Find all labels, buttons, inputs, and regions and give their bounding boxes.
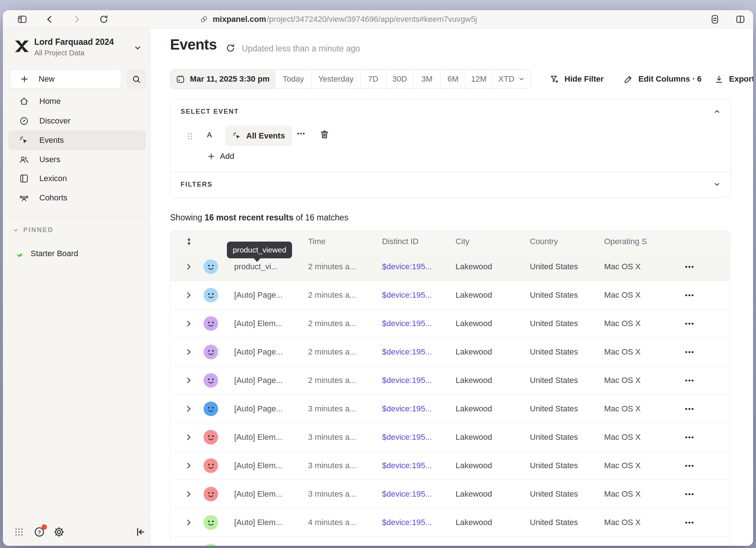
event-name[interactable]: [Auto] Elem... (234, 423, 305, 451)
edit-columns-button[interactable]: Edit Columns · 6 (623, 69, 702, 89)
new-button[interactable]: New (10, 69, 122, 89)
row-more-button[interactable]: ••• (678, 480, 701, 508)
apps-grid-icon[interactable] (12, 525, 25, 539)
distinct-id-link[interactable]: $device:195... (382, 309, 453, 338)
hide-filter-button[interactable]: Hide Filter (550, 69, 604, 89)
table-row[interactable]: [Auto] Page... 2 minutes a... $device:19… (170, 281, 730, 309)
distinct-id-link[interactable]: $device:195... (382, 366, 453, 395)
sidebar-item-users[interactable]: Users (8, 150, 146, 169)
export-button[interactable]: Export (714, 69, 753, 89)
table-row[interactable]: [Auto] Page... 2 minutes a... $device:19… (170, 338, 730, 366)
table-row[interactable]: [Auto] Page... 3 minutes a... $device:19… (170, 395, 730, 423)
distinct-id-link[interactable]: $device:195... (382, 508, 453, 537)
distinct-id-link[interactable]: $device:195... (382, 338, 453, 366)
event-name[interactable]: [Auto] Page... (234, 281, 305, 309)
distinct-id-link[interactable]: $device:195... (382, 423, 453, 451)
row-expand-icon[interactable] (184, 461, 193, 470)
event-os: Mac OS X (604, 395, 670, 423)
row-expand-icon[interactable] (184, 348, 193, 356)
collapse-rows-icon[interactable] (184, 237, 194, 246)
range-7d[interactable]: 7D (360, 70, 386, 89)
distinct-id-link[interactable]: $device:195... (382, 253, 453, 281)
column-header-os[interactable]: Operating S (604, 231, 647, 253)
range-xtd[interactable]: XTD (492, 70, 531, 89)
column-header-country[interactable]: Country (530, 231, 558, 253)
reload-button-icon[interactable] (98, 14, 109, 25)
sidebar-item-events[interactable]: Events (8, 130, 146, 150)
collapse-section-icon[interactable] (713, 108, 721, 115)
event-time: 2 minutes a... (308, 338, 379, 366)
sidebar-item-starter-board[interactable]: Starter Board (8, 244, 146, 263)
row-expand-icon[interactable] (184, 291, 193, 300)
drag-handle-icon[interactable] (187, 132, 193, 140)
distinct-id-link[interactable]: $device:195... (382, 451, 453, 480)
row-more-button[interactable]: ••• (678, 253, 701, 281)
search-button[interactable] (127, 69, 146, 89)
row-more-button[interactable]: ••• (678, 309, 701, 338)
range-yesterday[interactable]: Yesterday (311, 70, 360, 89)
range-3m[interactable]: 3M (413, 70, 440, 89)
refresh-icon[interactable] (225, 43, 236, 53)
range-today[interactable]: Today (275, 70, 311, 89)
project-selector[interactable]: Lord Farquaad 2024 All Project Data (3, 35, 150, 61)
event-name[interactable]: [Auto] Page... (234, 395, 305, 423)
row-more-button[interactable]: ••• (678, 451, 701, 480)
event-name[interactable]: [Auto] Page... (234, 338, 305, 366)
distinct-id-link[interactable]: $device:195... (382, 281, 453, 309)
sidebar-item-cohorts[interactable]: Cohorts (8, 188, 146, 208)
collapse-sidebar-icon[interactable] (133, 525, 146, 539)
sidebar-item-lexicon[interactable]: Lexicon (8, 169, 146, 188)
row-expand-icon[interactable] (184, 319, 193, 328)
sidebar-item-discover[interactable]: Discover (8, 111, 146, 131)
range-30d[interactable]: 30D (386, 70, 413, 89)
row-expand-icon[interactable] (184, 376, 193, 385)
distinct-id-link[interactable]: $device:195... (382, 395, 453, 423)
split-view-icon[interactable] (735, 14, 746, 25)
row-more-button[interactable]: ••• (678, 338, 701, 366)
event-name[interactable]: [Auto] Elem... (234, 480, 305, 508)
event-name[interactable]: [Auto] Elem... (234, 309, 305, 338)
table-row[interactable]: [Auto] Page... 2 minutes a... $device:19… (170, 366, 730, 395)
sidebar-toggle-icon[interactable] (17, 14, 28, 25)
forward-button-icon[interactable] (71, 14, 82, 25)
event-name[interactable]: [Auto] Elem... (234, 451, 305, 480)
range-6m[interactable]: 6M (440, 70, 465, 89)
event-name[interactable]: [Auto] Page... (234, 366, 305, 395)
table-row[interactable]: [Auto] Elem... 3 minutes a... $device:19… (170, 451, 730, 480)
row-more-button[interactable]: ••• (678, 395, 701, 423)
row-more-button[interactable]: ••• (678, 366, 701, 395)
row-expand-icon[interactable] (184, 404, 193, 413)
date-picker-segment[interactable]: Mar 11, 2025 3:30 pm (170, 70, 275, 89)
distinct-id-link[interactable]: $device:195... (382, 480, 453, 508)
expand-section-icon[interactable] (713, 181, 721, 188)
pinned-header[interactable]: PINNED (12, 226, 54, 234)
sidebar-item-home[interactable]: Home (8, 91, 146, 111)
trash-icon[interactable] (319, 129, 330, 141)
row-expand-icon[interactable] (184, 490, 193, 498)
settings-gear-icon[interactable] (52, 525, 66, 539)
row-more-button[interactable]: ••• (678, 423, 701, 451)
table-row[interactable]: [Auto] Elem... 3 minutes a... $device:19… (170, 480, 730, 508)
table-row[interactable] (170, 537, 730, 546)
row-more-button[interactable]: ••• (678, 508, 701, 537)
page-settings-icon[interactable] (709, 14, 720, 25)
column-header-city[interactable]: City (456, 231, 469, 253)
table-row[interactable]: [Auto] Elem... 3 minutes a... $device:19… (170, 423, 730, 451)
column-header-distinct-id[interactable]: Distinct ID (382, 231, 418, 253)
add-event-button[interactable]: Add (207, 152, 234, 161)
table-row[interactable]: [Auto] Elem... 4 minutes a... $device:19… (170, 508, 730, 537)
event-city: Lakewood (456, 508, 527, 537)
all-events-chip[interactable]: All Events (225, 126, 292, 146)
row-expand-icon[interactable] (184, 518, 193, 527)
row-expand-icon[interactable] (184, 262, 193, 271)
range-12m[interactable]: 12M (465, 70, 492, 89)
back-button-icon[interactable] (44, 14, 55, 25)
table-row[interactable]: [Auto] Elem... 2 minutes a... $device:19… (170, 309, 730, 338)
event-name[interactable]: [Auto] Elem... (234, 508, 305, 537)
row-more-button[interactable]: ••• (678, 281, 701, 309)
column-header-time[interactable]: Time (308, 231, 326, 253)
help-icon[interactable]: ? (33, 525, 46, 539)
address-bar[interactable]: mixpanel.com/project/3472420/view/397469… (200, 10, 477, 28)
clause-more-button[interactable]: ••• (297, 130, 306, 137)
row-expand-icon[interactable] (184, 433, 193, 442)
